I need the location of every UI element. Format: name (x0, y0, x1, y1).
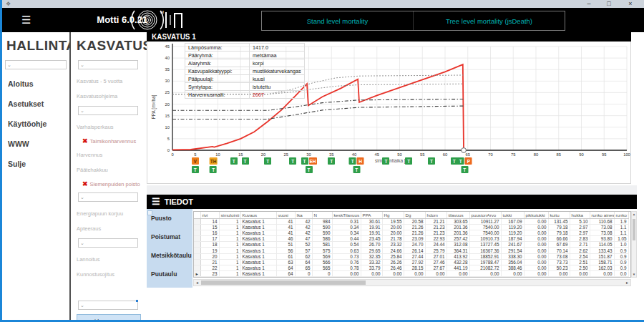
scroll-left-icon[interactable]: ◄ (195, 280, 199, 286)
column-header-puustonarvo[interactable]: puustonArvo (469, 212, 501, 218)
table-row[interactable]: 191Kasvatus 156575750.6329.6524.6626.142… (194, 248, 628, 253)
minimize-button[interactable]: – (581, 0, 597, 7)
kasvatus-item-kasvatusohjelma[interactable]: Kasvatusohjelma (75, 89, 141, 104)
hscroll-thumb[interactable] (201, 280, 366, 285)
kasvatus-item-harvennus[interactable]: Harvennus (75, 147, 141, 162)
event-marker-t[interactable]: T (382, 157, 389, 165)
column-header-runko-aines[interactable]: runko aines (590, 212, 614, 218)
kasvatus-item-varhaisperkaus[interactable]: Varhaisperkaus (75, 119, 141, 135)
tiedot-menu-icon[interactable]: ☰ (152, 195, 160, 209)
event-marker-t[interactable]: T (353, 166, 360, 173)
kasvatus-item-siemenpuiden-poisto[interactable]: ✖Siemenpuiden poisto (75, 177, 141, 190)
column-header-n[interactable]: N (312, 212, 332, 218)
kasvatus-item-lannoitus[interactable]: Lannoitus (75, 252, 141, 267)
column-header-tukki[interactable]: tukki (501, 212, 524, 218)
event-marker-t[interactable]: T (328, 157, 335, 165)
hallinta-collapse-field[interactable]: ⌄ (5, 60, 67, 69)
table-row[interactable]: 141Kasvatus 141429840.3130.6119.5520.582… (194, 218, 628, 224)
column-header-kuvaus[interactable]: Kuvaus (240, 212, 276, 218)
event-marker-t[interactable]: T (457, 157, 464, 165)
scroll-down-icon[interactable]: ▼ (632, 273, 636, 276)
event-marker-p[interactable]: P (465, 157, 472, 165)
table-row[interactable]: 161Kasvatus 141425900.3419.9120.0021.262… (194, 230, 628, 235)
kasvatus-collapse-field[interactable]: ⌄ (78, 301, 138, 310)
tiedot-view-poistumat[interactable]: Poistumat (147, 228, 192, 246)
tiedot-view-puusto[interactable]: Puusto (147, 209, 192, 228)
remove-icon[interactable]: ✖ (82, 137, 88, 145)
column-header-hukka[interactable]: hukka (570, 212, 590, 218)
kasvatus-item-päätehakkuu[interactable]: Päätehakkuu (75, 162, 141, 177)
sidebar-item-aloitus[interactable]: Aloitus (2, 74, 69, 94)
column-header-hg[interactable]: Hg (382, 212, 404, 218)
table-row[interactable]: 201Kasvatus 161625690.7332.3525.8427.442… (194, 253, 628, 259)
remove-icon[interactable]: ✖ (82, 180, 88, 187)
cell: 133.43 (590, 248, 614, 253)
column-header-dg[interactable]: Dg (404, 212, 425, 218)
column-header-rivi[interactable]: rivi (200, 212, 219, 218)
event-marker-t[interactable]: T (289, 157, 296, 165)
menu-icon[interactable]: ☰ (21, 8, 31, 32)
event-marker-t[interactable]: T (264, 157, 271, 165)
kasvatus-item-kunnostusojitus[interactable]: Kunnostusojitus (75, 267, 141, 282)
sidebar-item-www[interactable]: WWW (2, 134, 69, 154)
event-marker-t[interactable]: T (192, 166, 199, 173)
tab-tree-level-mortality[interactable]: Tree level mortality (jsDeath) (414, 11, 565, 30)
event-marker-t[interactable]: T (306, 166, 313, 173)
event-marker-v[interactable]: V (192, 157, 199, 165)
simulation-data-table: rivisimulointiKuvausvuosiIkaNkeskTilavuu… (194, 212, 629, 277)
horizontal-scrollbar[interactable]: ◄ ► (193, 279, 631, 286)
event-marker-t[interactable]: T (210, 166, 217, 173)
tiedot-view-metsikkötaulu[interactable]: Metsikkötaulu (147, 246, 192, 265)
vertical-scrollbar[interactable]: ▲ ▼ (631, 211, 637, 278)
column-header-simulointi[interactable]: simulointi (219, 212, 240, 218)
event-marker-t[interactable]: T (428, 157, 435, 165)
maximize-button[interactable]: □ (601, 0, 617, 7)
column-header-ika[interactable]: Ika (295, 212, 312, 218)
table-row[interactable]: 151Kasvatus 141425900.3419.9120.0021.262… (194, 224, 628, 230)
column-header-vuosi[interactable]: vuosi (276, 212, 295, 218)
table-row[interactable]: 181Kasvatus 151525810.5426.7023.3224.702… (194, 242, 628, 248)
kasvatus-item-energiapuun-korjuu[interactable]: Energiapuun korjuu (75, 206, 141, 221)
cell: 79.18 (548, 230, 570, 235)
column-header-kesktilavuus[interactable]: keskTilavuus (332, 212, 361, 218)
kasvatus-collapse-field[interactable]: ⌄ (78, 238, 138, 248)
column-header-runko-hukka[interactable]: runko hukka (614, 212, 628, 218)
column-header-ppa[interactable]: PPA (361, 212, 382, 218)
event-marker-t[interactable]: T (405, 157, 412, 165)
event-marker-t[interactable]: T (301, 157, 308, 165)
event-marker-t[interactable]: T (230, 157, 238, 165)
event-marker-t[interactable]: T (242, 157, 249, 165)
event-marker-th[interactable]: TH (210, 157, 218, 165)
kasvatus-collapse-field[interactable]: ⌄ (78, 106, 138, 115)
event-marker-t[interactable]: T (461, 166, 468, 173)
vscroll-thumb[interactable] (633, 219, 635, 240)
column-header-hdom[interactable]: hdom (425, 212, 447, 218)
sidebar-item-asetukset[interactable]: Asetukset (2, 94, 69, 114)
column-header-kuitu[interactable]: kuitu (548, 212, 570, 218)
column-header-pikkutukki[interactable]: pikkutukki (524, 212, 548, 218)
tiedot-view-puutaulu[interactable]: Puutaulu (147, 265, 192, 283)
kasvatus-item-kasvatus-5-vuotta[interactable]: Kasvatus - 5 vuotta (75, 74, 141, 89)
table-row[interactable]: 221Kasvatus 164655650.7833.7926.4628.152… (194, 265, 628, 271)
sidebar-item-käyttöohje[interactable]: Käyttöohje (2, 114, 69, 134)
close-button[interactable]: × (623, 0, 638, 7)
kasvatus-item-taimikonharvennus[interactable]: ✖Taimikonharvennus (75, 135, 141, 147)
event-marker-t[interactable]: T (349, 157, 356, 165)
cell: 0.00 (382, 271, 404, 277)
cell: 0.00 (447, 271, 469, 277)
column-header-tilavuus[interactable]: tilavuus (447, 212, 469, 218)
event-marker-h[interactable]: H (357, 157, 364, 165)
scroll-up-icon[interactable]: ▲ (632, 213, 636, 216)
kasvatus-collapse-field[interactable]: ⌄ (78, 60, 138, 69)
table-row[interactable]: 211Kasvatus 163645660.7633.3226.2627.922… (194, 259, 628, 265)
cell: 73.08 (590, 224, 614, 230)
event-marker-eh[interactable]: EH (308, 157, 316, 165)
sidebar-item-sulje[interactable]: Sulje (2, 154, 69, 174)
stand-info-row: Kasvupaikkatyyppi:mustikkaturvekangas (185, 67, 305, 75)
table-row[interactable]: 171Kasvatus 146475860.4423.4521.7823.092… (194, 236, 628, 242)
table-row[interactable]: ►231Kasvatus 164000.000.000.000.000.000.… (194, 271, 628, 277)
scroll-right-icon[interactable]: ► (625, 280, 629, 286)
kasvatus-collapse-field[interactable]: ⌄ (78, 192, 138, 202)
tab-stand-level-mortality[interactable]: Stand level mortality (262, 11, 413, 30)
kasvatus-item-apteeraus[interactable]: Apteeraus (75, 221, 141, 236)
